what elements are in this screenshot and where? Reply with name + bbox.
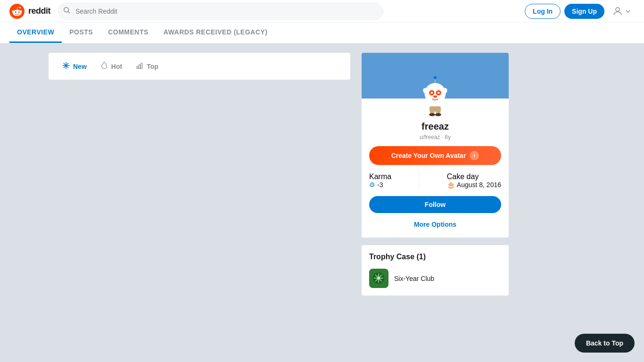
reddit-logo-icon <box>9 4 25 19</box>
snoo-avatar-container <box>362 75 509 117</box>
karma-section: Karma ⚙ -3 Cake day 🎂 August 8, 2016 <box>369 173 501 189</box>
reddit-logo-area[interactable]: reddit <box>9 4 50 19</box>
svg-point-11 <box>444 88 447 93</box>
main-content: New Hot Top <box>39 43 605 305</box>
user-icon <box>612 6 623 17</box>
user-handle: u/freeaz · 6y <box>369 134 501 140</box>
sidebar: freeaz u/freeaz · 6y Create Your Own Ava… <box>362 53 509 296</box>
sort-top-button[interactable]: Top <box>130 58 164 75</box>
svg-point-29 <box>377 277 380 280</box>
create-avatar-button[interactable]: Create Your Own Avatar › <box>369 146 501 165</box>
trophy-card: Trophy Case (1) Six-Year Club <box>362 245 509 296</box>
karma-value-row: ⚙ -3 <box>369 181 391 189</box>
profile-nav: OVERVIEW POSTS COMMENTS AWARDS RECEIVED … <box>0 23 644 43</box>
karma-icon: ⚙ <box>369 181 375 189</box>
new-icon <box>62 61 70 71</box>
header: reddit Log In Sign Up <box>0 0 644 23</box>
login-button[interactable]: Log In <box>525 4 561 19</box>
create-avatar-label: Create Your Own Avatar <box>391 152 466 159</box>
tab-comments[interactable]: COMMENTS <box>100 23 156 43</box>
svg-point-9 <box>425 83 446 104</box>
sort-top-label: Top <box>147 63 158 70</box>
cake-day-value: August 8, 2016 <box>457 181 501 189</box>
arrow-icon: › <box>470 151 479 160</box>
svg-point-22 <box>435 113 441 116</box>
search-icon <box>64 7 70 16</box>
svg-point-13 <box>430 91 433 94</box>
svg-rect-4 <box>141 63 142 69</box>
svg-point-21 <box>429 113 435 116</box>
snoo-avatar <box>416 75 454 117</box>
cake-day-col: Cake day 🎂 August 8, 2016 <box>447 173 501 189</box>
username: freeaz <box>369 121 501 132</box>
karma-value: -3 <box>377 181 383 189</box>
svg-point-18 <box>434 76 437 79</box>
header-right: Log In Sign Up <box>525 4 635 19</box>
tab-posts[interactable]: POSTS <box>62 23 100 43</box>
cake-day-value-row: 🎂 August 8, 2016 <box>447 181 501 189</box>
tab-awards[interactable]: AWARDS RECEIVED (LEGACY) <box>156 23 275 43</box>
trophy-icon <box>369 269 388 288</box>
follow-button[interactable]: Follow <box>369 196 501 213</box>
trophy-name: Six-Year Club <box>394 275 434 282</box>
hot-icon <box>100 61 108 71</box>
trophy-item: Six-Year Club <box>369 269 501 288</box>
search-bar-container <box>58 3 383 20</box>
svg-point-10 <box>423 88 427 93</box>
chevron-down-icon <box>625 8 631 14</box>
profile-info: freeaz u/freeaz · 6y Create Your Own Ava… <box>362 117 509 238</box>
svg-rect-2 <box>137 66 138 69</box>
search-input[interactable] <box>58 3 383 20</box>
sort-new-label: New <box>73 63 87 70</box>
svg-point-15 <box>438 91 440 94</box>
svg-rect-3 <box>139 65 140 69</box>
svg-point-1 <box>616 8 619 11</box>
reddit-wordmark: reddit <box>28 6 50 16</box>
cake-icon: 🎂 <box>447 181 455 189</box>
feed-area: New Hot Top <box>49 53 350 296</box>
back-to-top-button[interactable]: Back to Top <box>575 334 635 353</box>
profile-card: freeaz u/freeaz · 6y Create Your Own Ava… <box>362 53 509 238</box>
tab-overview[interactable]: OVERVIEW <box>9 23 62 43</box>
karma-label: Karma <box>369 173 391 181</box>
user-menu[interactable] <box>608 4 635 19</box>
cake-day-label: Cake day <box>447 173 479 181</box>
sort-hot-label: Hot <box>111 63 122 70</box>
top-icon <box>135 61 144 71</box>
more-options-link[interactable]: More Options <box>369 219 501 230</box>
sort-bar: New Hot Top <box>49 53 350 80</box>
karma-col: Karma ⚙ -3 <box>369 173 391 189</box>
karma-divider <box>419 173 419 189</box>
signup-button[interactable]: Sign Up <box>564 4 604 19</box>
svg-point-16 <box>433 95 437 98</box>
trophy-title: Trophy Case (1) <box>369 253 501 261</box>
sort-new-button[interactable]: New <box>56 58 92 75</box>
sort-hot-button[interactable]: Hot <box>94 58 128 75</box>
